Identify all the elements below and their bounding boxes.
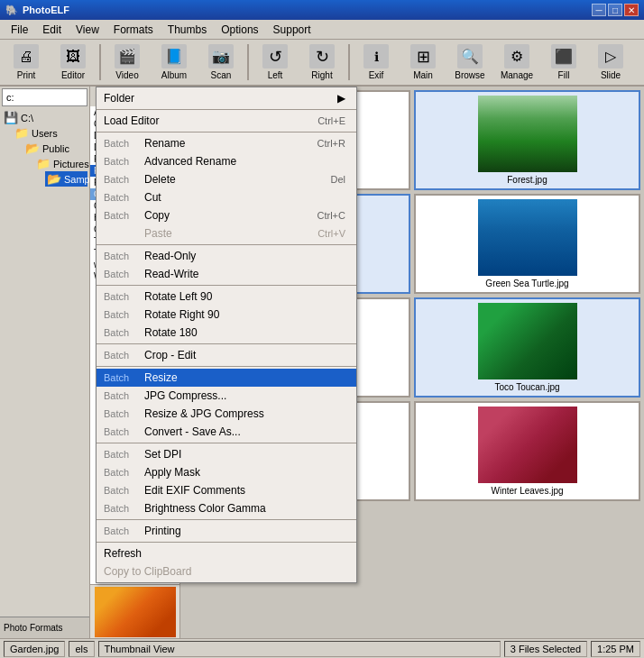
ctx-paste: Paste Ctrl+V — [97, 224, 356, 242]
ctx-sep — [97, 443, 356, 443]
exif-icon: ℹ — [363, 44, 389, 69]
title-bar-controls: ─ □ ✕ — [592, 4, 639, 16]
menu-edit[interactable]: Edit — [35, 20, 69, 39]
toolbar-video[interactable]: 🎬 Video — [105, 41, 150, 83]
toolbar-slide[interactable]: ▷ Slide — [588, 41, 633, 83]
ctx-rename[interactable]: Batch Rename Ctrl+R — [97, 134, 356, 152]
ctx-rotate-left[interactable]: Batch Rotate Left 90 — [97, 288, 356, 306]
tree-item-users[interactable]: 📁 Users — [13, 125, 87, 141]
fill-icon: ⬛ — [551, 44, 576, 69]
thumb-winter-leaves[interactable]: Winter Leaves.jpg — [414, 401, 640, 501]
print-icon: 🖨 — [14, 44, 39, 69]
ctx-sep — [97, 132, 356, 133]
status-time: 1:25 PM — [591, 641, 640, 657]
ctx-sep — [97, 343, 356, 344]
folder-tree: 💾 C:\ 📁 Users 📂 Public 📁 Pictures 📂 Samp… — [0, 108, 89, 617]
ctx-advanced-rename[interactable]: Batch Advanced Rename — [97, 152, 356, 170]
ctx-rotate-180[interactable]: Batch Rotate 180 — [97, 324, 356, 342]
menu-view[interactable]: View — [69, 20, 106, 39]
ctx-brightness[interactable]: Batch Brightness Color Gamma — [97, 499, 356, 517]
ctx-sep — [97, 285, 356, 286]
toolbar-sep2 — [247, 44, 249, 80]
ctx-crop[interactable]: Batch Crop - Edit — [97, 346, 356, 364]
title-bar: 🐘 PhotoELF ─ □ ✕ — [0, 0, 644, 20]
ctx-copy[interactable]: Batch Copy Ctrl+C — [97, 206, 356, 224]
ctx-convert[interactable]: Batch Convert - Save As... — [97, 423, 356, 441]
toolbar-fill[interactable]: ⬛ Fill — [541, 41, 586, 83]
toolbar-album[interactable]: 📘 Album — [152, 41, 197, 83]
thumb-forest[interactable]: Forest.jpg — [414, 90, 640, 190]
thumb-label-forest: Forest.jpg — [507, 175, 547, 185]
ctx-sep — [97, 366, 356, 367]
toolbar-editor[interactable]: 🖼 Editor — [51, 41, 96, 83]
status-pixels: els — [69, 641, 94, 657]
minimize-button[interactable]: ─ — [592, 4, 606, 16]
ctx-resize-jpg[interactable]: Batch Resize & JPG Compress — [97, 405, 356, 423]
toolbar-main[interactable]: ⊞ Main — [400, 41, 446, 83]
context-menu: Folder ▶ Load Editor Ctrl+E Batch Rename… — [96, 87, 357, 583]
slide-icon: ▷ — [598, 44, 623, 69]
toolbar-print[interactable]: 🖨 Print — [4, 41, 49, 83]
status-selected-label: 3 Files Selected — [511, 644, 581, 654]
status-view-label: Thumbnail View — [105, 644, 175, 654]
toolbar-exif[interactable]: ℹ Exif — [354, 41, 399, 83]
address-bar[interactable]: c: — [2, 88, 87, 106]
thumb-img-toco-toucan — [478, 303, 577, 379]
ctx-jpg-compress[interactable]: Batch JPG Compress... — [97, 387, 356, 405]
ctx-folder[interactable]: Folder ▶ — [97, 89, 356, 107]
menu-options[interactable]: Options — [214, 20, 265, 39]
toolbar-sep3 — [348, 44, 350, 80]
ctx-cut[interactable]: Batch Cut — [97, 188, 356, 206]
submenu-arrow: ▶ — [337, 92, 345, 105]
ctx-printing[interactable]: Batch Printing — [97, 522, 356, 540]
tree-item-drive[interactable]: 💾 C:\ — [2, 110, 87, 125]
status-bar: Garden.jpg els Thumbnail View 3 Files Se… — [0, 638, 644, 658]
menu-file[interactable]: File — [4, 20, 35, 39]
ctx-resize[interactable]: Batch Resize — [97, 369, 356, 387]
status-time-label: 1:25 PM — [597, 644, 634, 654]
video-icon: 🎬 — [115, 44, 140, 69]
toolbar-manage[interactable]: ⚙ Manage — [494, 41, 539, 83]
tree-item-public[interactable]: 📂 Public — [23, 141, 87, 156]
status-filename-label: Garden.jpg — [10, 644, 59, 654]
thumb-label-winter-leaves: Winter Leaves.jpg — [491, 486, 563, 496]
rotate-right-icon: ↻ — [309, 44, 335, 69]
thumb-sea-turtle[interactable]: Green Sea Turtle.jpg — [414, 194, 640, 294]
toolbar-browse[interactable]: 🔍 Browse — [447, 41, 492, 83]
left-panel: c: 💾 C:\ 📁 Users 📂 Public 📁 Pictures 📂 S… — [0, 87, 90, 638]
title-bar-left: 🐘 PhotoELF — [5, 5, 69, 16]
maximize-button[interactable]: □ — [608, 4, 622, 16]
ctx-sep — [97, 244, 356, 245]
ctx-read-write[interactable]: Batch Read-Write — [97, 265, 356, 283]
tree-item-sample[interactable]: 📂 Sample — [45, 171, 87, 187]
ctx-set-dpi[interactable]: Batch Set DPI — [97, 445, 356, 463]
menu-thumbs[interactable]: Thumbs — [161, 20, 214, 39]
tree-item-pictures[interactable]: 📁 Pictures — [34, 156, 87, 171]
sample-icon: 📂 — [47, 172, 61, 186]
preview-thumbnail — [95, 587, 176, 637]
photo-formats-button[interactable]: Photo Formats — [0, 617, 89, 638]
ctx-load-editor[interactable]: Load Editor Ctrl+E — [97, 112, 356, 130]
toolbar: 🖨 Print 🖼 Editor 🎬 Video 📘 Album 📷 Scan … — [0, 40, 644, 87]
folder-open-icon: 📂 — [25, 142, 40, 155]
ctx-apply-mask[interactable]: Batch Apply Mask — [97, 463, 356, 481]
ctx-refresh[interactable]: Refresh — [97, 544, 356, 562]
folder-icon: 📁 — [14, 126, 29, 140]
toolbar-right[interactable]: ↻ Right — [299, 41, 345, 83]
status-selected: 3 Files Selected — [504, 641, 587, 657]
ctx-rotate-right[interactable]: Batch Rotate Right 90 — [97, 306, 356, 324]
thumb-label-sea-turtle: Green Sea Turtle.jpg — [485, 279, 568, 288]
ctx-delete[interactable]: Batch Delete Del — [97, 170, 356, 188]
ctx-sep — [97, 542, 356, 543]
toolbar-scan[interactable]: 📷 Scan — [198, 41, 244, 83]
menu-support[interactable]: Support — [266, 20, 318, 39]
ctx-read-only[interactable]: Batch Read-Only — [97, 247, 356, 265]
menu-formats[interactable]: Formats — [106, 20, 161, 39]
thumb-img-forest — [478, 96, 577, 172]
drive-label: c: — [6, 92, 14, 103]
toolbar-left[interactable]: ↺ Left — [253, 41, 298, 83]
thumb-toco-toucan[interactable]: Toco Toucan.jpg — [414, 297, 640, 398]
close-button[interactable]: ✕ — [624, 4, 639, 16]
editor-icon: 🖼 — [60, 44, 86, 69]
ctx-exif-comments[interactable]: Batch Edit EXIF Comments — [97, 481, 356, 499]
